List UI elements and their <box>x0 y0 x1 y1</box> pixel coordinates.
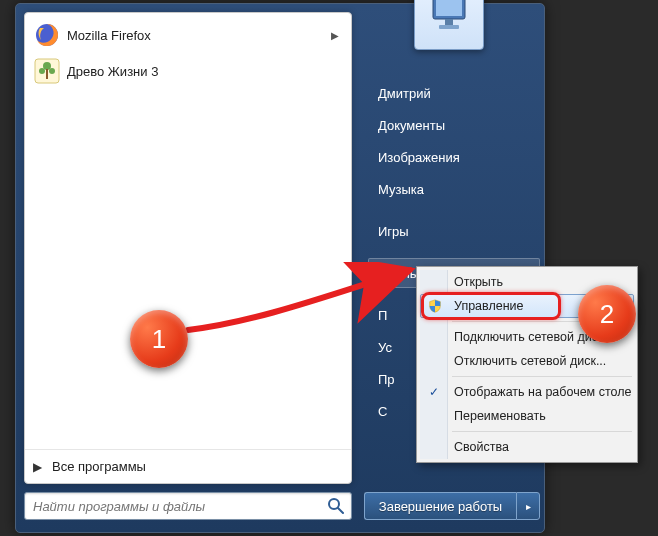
svg-rect-2 <box>445 19 453 25</box>
search-icon[interactable] <box>327 497 345 515</box>
program-item-tree[interactable]: Древо Жизни 3 <box>29 53 347 89</box>
shield-icon <box>427 298 443 314</box>
programs-list: Mozilla Firefox ▶ Древо Жизни 3 <box>25 13 351 93</box>
svg-rect-1 <box>436 0 462 16</box>
chevron-right-icon: ▶ <box>331 30 343 41</box>
nav-user[interactable]: Дмитрий <box>368 78 540 108</box>
chevron-right-icon: ▸ <box>526 501 531 512</box>
programs-panel: Mozilla Firefox ▶ Древо Жизни 3 ▶ Все пр… <box>24 12 352 484</box>
chevron-right-icon: ▶ <box>33 460 42 474</box>
nav-control-panel[interactable]: П <box>368 300 418 330</box>
svg-rect-3 <box>439 25 459 29</box>
ctx-rename[interactable]: Переименовать <box>420 404 634 428</box>
ctx-properties[interactable]: Свойства <box>420 435 634 459</box>
svg-point-6 <box>43 62 51 70</box>
program-label: Древо Жизни 3 <box>67 64 343 79</box>
svg-point-8 <box>49 68 55 74</box>
ctx-disconnect-drive[interactable]: Отключить сетевой диск... <box>420 349 634 373</box>
nav-help[interactable]: С <box>368 396 418 426</box>
search-input[interactable] <box>33 499 321 514</box>
nav-images[interactable]: Изображения <box>368 142 540 172</box>
separator <box>452 431 632 432</box>
shutdown-button[interactable]: Завершение работы <box>364 492 516 520</box>
nav-defaults[interactable]: Пр <box>368 364 418 394</box>
svg-point-7 <box>39 68 45 74</box>
tree-icon <box>33 57 61 85</box>
all-programs-label: Все программы <box>52 459 146 474</box>
step-badge-1: 1 <box>130 310 188 368</box>
shutdown-options-button[interactable]: ▸ <box>516 492 540 520</box>
program-item-firefox[interactable]: Mozilla Firefox ▶ <box>29 17 347 53</box>
shutdown-group: Завершение работы ▸ <box>364 492 540 520</box>
search-box[interactable] <box>24 492 352 520</box>
svg-line-11 <box>338 508 343 513</box>
user-picture[interactable] <box>414 0 484 50</box>
nav-documents[interactable]: Документы <box>368 110 540 140</box>
all-programs[interactable]: ▶ Все программы <box>25 449 351 483</box>
nav-games[interactable]: Игры <box>368 216 540 246</box>
check-icon: ✓ <box>429 385 439 399</box>
monitor-icon <box>425 0 473 39</box>
nav-music[interactable]: Музыка <box>368 174 540 204</box>
program-label: Mozilla Firefox <box>67 28 331 43</box>
firefox-icon <box>33 21 61 49</box>
svg-rect-9 <box>46 69 48 79</box>
separator <box>452 376 632 377</box>
nav-devices[interactable]: Ус <box>368 332 418 362</box>
ctx-show-desktop[interactable]: ✓ Отображать на рабочем столе <box>420 380 634 404</box>
search-row <box>24 488 352 524</box>
step-badge-2: 2 <box>578 285 636 343</box>
